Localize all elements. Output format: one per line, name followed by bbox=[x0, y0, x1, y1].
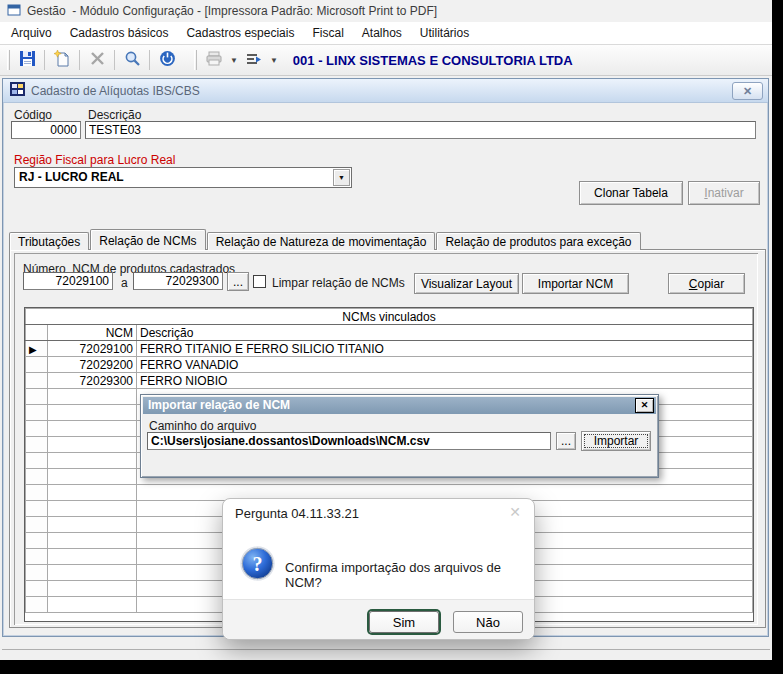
export-button[interactable] bbox=[241, 48, 267, 72]
clonar-tabela-button[interactable]: Clonar Tabela bbox=[579, 181, 683, 205]
nao-button[interactable]: Não bbox=[453, 611, 523, 633]
exit-button[interactable] bbox=[154, 48, 180, 72]
table-row[interactable]: ▶ 72029100 FERRO TITANIO E FERRO SILICIO… bbox=[26, 341, 753, 357]
menu-utilitarios[interactable]: Utilitários bbox=[411, 23, 478, 43]
chevron-down-icon: ▼ bbox=[338, 174, 345, 181]
search-icon bbox=[124, 50, 141, 70]
chevron-down-icon[interactable]: ▼ bbox=[270, 56, 278, 65]
window-bottom-bevel bbox=[2, 649, 770, 650]
ncm-range-from-input[interactable] bbox=[23, 272, 113, 290]
grid-header-row: NCM Descrição bbox=[26, 325, 753, 341]
form-titlebar: Cadastro de Alíquotas IBS/CBS ✕ bbox=[3, 79, 768, 103]
export-list-icon bbox=[245, 52, 263, 69]
toolbar-separator bbox=[149, 50, 150, 70]
toolbar: ▼ ▼ 001 - LINX SISTEMAS E CONSULTORIA LT… bbox=[0, 44, 772, 76]
menu-arquivo[interactable]: Arquivo bbox=[2, 23, 61, 43]
current-row-pointer-icon: ▶ bbox=[29, 344, 37, 355]
visualizar-layout-button[interactable]: Visualizar Layout bbox=[414, 273, 519, 294]
tab-relacao-natureza-movimentacao[interactable]: Relação de Natureza de movimentação bbox=[207, 232, 436, 250]
confirmation-message-box: Pergunta 04.11.33.21 ✕ ? Confirma import… bbox=[222, 498, 535, 640]
toolbar-grip bbox=[194, 50, 197, 70]
sim-button[interactable]: Sim bbox=[369, 611, 439, 633]
caminho-arquivo-label: Caminho do arquivo bbox=[149, 419, 256, 433]
importar-ncm-button[interactable]: Importar NCM bbox=[522, 273, 629, 294]
regiao-fiscal-label: Região Fiscal para Lucro Real bbox=[14, 153, 175, 167]
menubar: Arquivo Cadastros básicos Cadastros espe… bbox=[0, 22, 772, 44]
power-icon bbox=[159, 50, 176, 70]
save-icon bbox=[19, 50, 36, 70]
close-icon: ✕ bbox=[641, 400, 649, 410]
new-document-icon bbox=[54, 50, 71, 70]
form-close-button[interactable]: ✕ bbox=[732, 82, 763, 100]
chevron-down-icon[interactable]: ▼ bbox=[230, 56, 238, 65]
tab-row: Tributações Relação de NCMs Relação de N… bbox=[9, 229, 642, 250]
search-button[interactable] bbox=[119, 48, 145, 72]
descricao-label: Descrição bbox=[88, 108, 141, 122]
import-ncm-dialog: Importar relação de NCM ✕ Caminho do arq… bbox=[140, 394, 659, 478]
descricao-input[interactable] bbox=[85, 121, 756, 139]
menu-fiscal[interactable]: Fiscal bbox=[303, 23, 352, 43]
import-dialog-close-button[interactable]: ✕ bbox=[635, 398, 654, 413]
codigo-label: Código bbox=[14, 108, 52, 122]
delete-x-icon bbox=[90, 51, 105, 69]
tab-relacao-de-ncms[interactable]: Relação de NCMs bbox=[90, 229, 205, 250]
combo-dropdown-button[interactable]: ▼ bbox=[333, 169, 350, 186]
form-title: Cadastro de Alíquotas IBS/CBS bbox=[31, 84, 200, 98]
menu-atalhos[interactable]: Atalhos bbox=[353, 23, 411, 43]
table-row[interactable]: 72029200 FERRO VANADIO bbox=[26, 357, 753, 373]
message-box-title: Pergunta 04.11.33.21 bbox=[235, 506, 359, 521]
delete-button[interactable] bbox=[84, 48, 110, 72]
toolbar-separator bbox=[114, 50, 115, 70]
ncm-range-browse-button[interactable]: ... bbox=[227, 272, 249, 291]
copiar-button[interactable]: Copiar bbox=[668, 273, 745, 294]
save-button[interactable] bbox=[14, 48, 40, 72]
toolbar-grip bbox=[7, 50, 10, 70]
path-browse-button[interactable]: ... bbox=[556, 432, 576, 450]
grid-caption: NCMs vinculados bbox=[26, 309, 753, 325]
grid-caption-row: NCMs vinculados bbox=[26, 309, 753, 325]
menu-cadastros-especiais[interactable]: Cadastros especiais bbox=[177, 23, 303, 43]
message-box-text: Confirma importação dos arquivos de NCM? bbox=[285, 560, 534, 590]
app-icon bbox=[7, 3, 21, 20]
question-icon: ? bbox=[239, 545, 276, 585]
message-box-close-icon[interactable]: ✕ bbox=[509, 504, 521, 520]
codigo-input[interactable] bbox=[11, 121, 81, 139]
importar-confirm-button[interactable]: Importar bbox=[581, 431, 651, 451]
range-separator-label: a bbox=[121, 276, 128, 290]
tab-relacao-produtos-excecao[interactable]: Relação de produtos para exceção bbox=[436, 232, 640, 250]
column-header-descricao[interactable]: Descrição bbox=[137, 325, 753, 341]
ncm-range-to-input[interactable] bbox=[133, 272, 223, 290]
regiao-fiscal-combobox[interactable]: RJ - LUCRO REAL ▼ bbox=[14, 167, 352, 188]
toolbar-separator bbox=[44, 50, 45, 70]
company-name-label: 001 - LINX SISTEMAS E CONSULTORIA LTDA bbox=[293, 53, 573, 68]
table-row[interactable]: 72029300 FERRO NIOBIO bbox=[26, 373, 753, 389]
new-button[interactable] bbox=[49, 48, 75, 72]
import-dialog-title: Importar relação de NCM bbox=[148, 398, 290, 412]
limpar-relacao-checkbox[interactable] bbox=[253, 275, 266, 288]
regiao-fiscal-value: RJ - LUCRO REAL bbox=[19, 170, 124, 184]
app-titlebar: Gestão - Módulo Configuração - [Impresso… bbox=[0, 0, 772, 22]
inativar-button: Inativar bbox=[688, 181, 760, 205]
menu-cadastros-basicos[interactable]: Cadastros básicos bbox=[61, 23, 178, 43]
import-dialog-titlebar: Importar relação de NCM bbox=[143, 397, 656, 414]
tab-tributacoes[interactable]: Tributações bbox=[9, 232, 89, 250]
printer-icon bbox=[205, 51, 223, 70]
toolbar-separator bbox=[79, 50, 80, 70]
column-header-ncm[interactable]: NCM bbox=[48, 325, 137, 341]
limpar-relacao-label: Limpar relação de NCMs bbox=[272, 276, 405, 290]
svg-text:?: ? bbox=[253, 553, 263, 575]
form-icon bbox=[10, 82, 25, 99]
app-title: Gestão - Módulo Configuração - [Impresso… bbox=[27, 4, 437, 18]
print-button[interactable] bbox=[201, 48, 227, 72]
caminho-arquivo-input[interactable] bbox=[147, 432, 551, 450]
